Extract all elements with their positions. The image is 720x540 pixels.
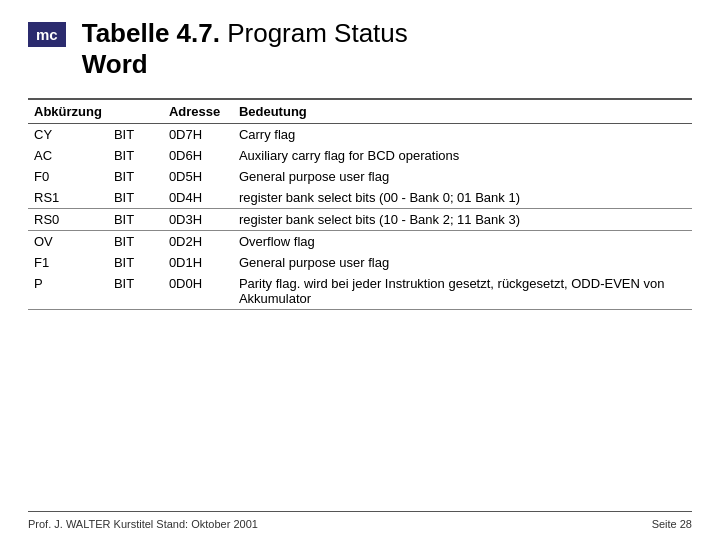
cell-addr: 0D0H — [163, 273, 233, 310]
table-container: Abkürzung Adresse Bedeutung CYBIT0D7HCar… — [28, 98, 692, 501]
col-addr: Adresse — [163, 99, 233, 124]
table-row: RS1BIT0D4Hregister bank select bits (00 … — [28, 187, 692, 209]
table-row: RS0BIT0D3Hregister bank select bits (10 … — [28, 209, 692, 231]
table-row: PBIT0D0HParity flag. wird bei jeder Inst… — [28, 273, 692, 310]
footer: Prof. J. WALTER Kurstitel Stand: Oktober… — [28, 511, 692, 530]
table-row: F1BIT0D1HGeneral purpose user flag — [28, 252, 692, 273]
cell-abbr: F0 — [28, 166, 108, 187]
cell-addr: 0D2H — [163, 231, 233, 253]
title-block: Tabelle 4.7. Program Status Word — [82, 18, 408, 80]
cell-addr: 0D4H — [163, 187, 233, 209]
table-header-row: Abkürzung Adresse Bedeutung — [28, 99, 692, 124]
header: mc Tabelle 4.7. Program Status Word — [28, 18, 692, 80]
data-table: Abkürzung Adresse Bedeutung CYBIT0D7HCar… — [28, 98, 692, 310]
cell-abbr: OV — [28, 231, 108, 253]
cell-addr: 0D6H — [163, 145, 233, 166]
table-row: OVBIT0D2HOverflow flag — [28, 231, 692, 253]
col-desc: Bedeutung — [233, 99, 692, 124]
cell-type: BIT — [108, 145, 163, 166]
mc-badge: mc — [28, 22, 66, 47]
cell-abbr: P — [28, 273, 108, 310]
cell-type: BIT — [108, 124, 163, 146]
cell-abbr: RS0 — [28, 209, 108, 231]
cell-type: BIT — [108, 252, 163, 273]
cell-addr: 0D1H — [163, 252, 233, 273]
footer-left: Prof. J. WALTER Kurstitel Stand: Oktober… — [28, 518, 258, 530]
cell-type: BIT — [108, 166, 163, 187]
cell-abbr: RS1 — [28, 187, 108, 209]
col-abbr: Abkürzung — [28, 99, 108, 124]
cell-type: BIT — [108, 187, 163, 209]
cell-type: BIT — [108, 273, 163, 310]
cell-type: BIT — [108, 209, 163, 231]
title-line1: Tabelle 4.7. Program Status — [82, 18, 408, 49]
cell-desc: Overflow flag — [233, 231, 692, 253]
cell-desc: Parity flag. wird bei jeder Instruktion … — [233, 273, 692, 310]
cell-addr: 0D7H — [163, 124, 233, 146]
col-type — [108, 99, 163, 124]
cell-desc: Auxiliary carry flag for BCD operations — [233, 145, 692, 166]
footer-right: Seite 28 — [652, 518, 692, 530]
cell-type: BIT — [108, 231, 163, 253]
title-bold: Tabelle 4.7. — [82, 18, 220, 48]
table-row: F0BIT0D5HGeneral purpose user flag — [28, 166, 692, 187]
page: mc Tabelle 4.7. Program Status Word Abkü… — [0, 0, 720, 540]
title-line2: Word — [82, 49, 408, 80]
cell-abbr: CY — [28, 124, 108, 146]
table-row: CYBIT0D7HCarry flag — [28, 124, 692, 146]
table-row: ACBIT0D6HAuxiliary carry flag for BCD op… — [28, 145, 692, 166]
cell-desc: register bank select bits (00 - Bank 0; … — [233, 187, 692, 209]
cell-abbr: F1 — [28, 252, 108, 273]
cell-addr: 0D5H — [163, 166, 233, 187]
cell-desc: register bank select bits (10 - Bank 2; … — [233, 209, 692, 231]
cell-desc: General purpose user flag — [233, 252, 692, 273]
cell-desc: General purpose user flag — [233, 166, 692, 187]
cell-addr: 0D3H — [163, 209, 233, 231]
cell-desc: Carry flag — [233, 124, 692, 146]
title-normal: Program Status — [220, 18, 408, 48]
cell-abbr: AC — [28, 145, 108, 166]
